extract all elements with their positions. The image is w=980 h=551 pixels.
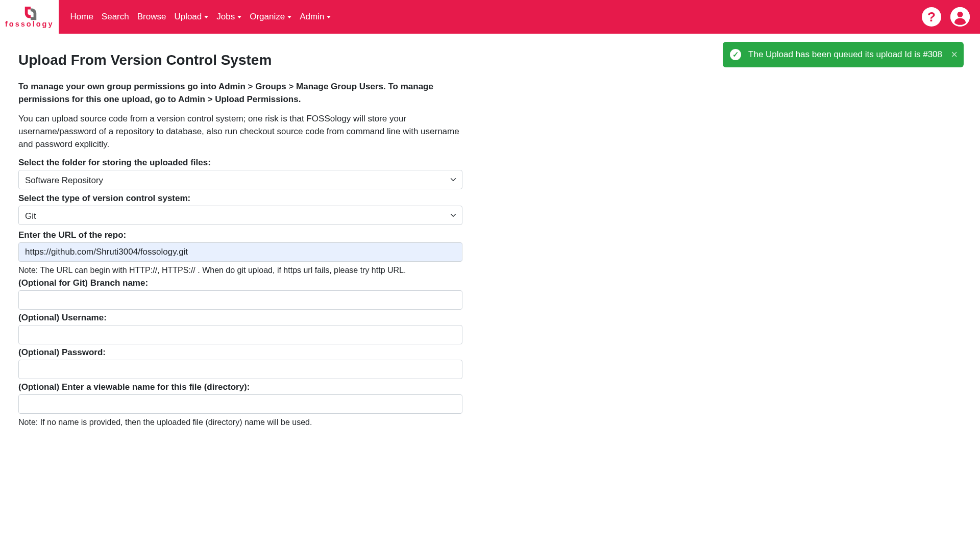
logo-text: fossology [5,20,54,28]
chevron-down-icon [204,16,208,18]
nav-jobs[interactable]: Jobs [212,8,246,26]
nav-items: Home Search Browse Upload Jobs Organize … [59,8,335,26]
svg-point-1 [957,12,963,17]
check-circle-icon: ✓ [730,49,741,60]
permissions-note: To manage your own group permissions go … [18,81,462,106]
viewname-label: (Optional) Enter a viewable name for thi… [18,382,462,392]
password-input[interactable] [18,360,462,379]
nav-item-label: Home [70,12,93,22]
folder-label: Select the folder for storing the upload… [18,158,462,168]
url-note: Note: The URL can begin with HTTP://, HT… [18,266,462,275]
success-toast: ✓ The Upload has been queued its upload … [723,42,964,67]
nav-organize[interactable]: Organize [246,8,296,26]
nav-admin[interactable]: Admin [296,8,335,26]
navbar: fossology Home Search Browse Upload Jobs… [0,0,980,34]
user-menu-button[interactable] [950,7,970,27]
question-icon: ? [927,10,936,23]
chevron-down-icon [287,16,291,18]
toast-close-button[interactable]: × [951,49,958,60]
viewname-note: Note: If no name is provided, then the u… [18,418,462,427]
nav-item-label: Admin [300,12,324,22]
chevron-down-icon [237,16,241,18]
nav-item-label: Browse [137,12,166,22]
url-input[interactable] [18,242,462,262]
main-content: Upload From Version Control System To ma… [0,34,481,448]
nav-item-label: Search [102,12,129,22]
url-label: Enter the URL of the repo: [18,230,462,240]
branch-input[interactable] [18,290,462,310]
username-label: (Optional) Username: [18,313,462,323]
fossology-logo-icon [21,6,38,21]
password-label: (Optional) Password: [18,347,462,358]
folder-select[interactable]: Software Repository [18,170,462,189]
user-icon [950,7,970,27]
nav-item-label: Organize [250,12,285,22]
branch-label: (Optional for Git) Branch name: [18,278,462,288]
chevron-down-icon [327,16,331,18]
help-button[interactable]: ? [922,7,941,27]
logo[interactable]: fossology [0,0,59,34]
nav-item-label: Jobs [216,12,235,22]
nav-home[interactable]: Home [66,8,97,26]
intro-paragraph: You can upload source code from a versio… [18,113,462,151]
vcs-type-select[interactable]: Git [18,206,462,225]
nav-search[interactable]: Search [97,8,133,26]
page-title: Upload From Version Control System [18,52,462,68]
vcs-type-label: Select the type of version control syste… [18,193,462,204]
toast-message: The Upload has been queued its upload Id… [748,49,942,60]
nav-item-label: Upload [174,12,202,22]
nav-browse[interactable]: Browse [133,8,170,26]
username-input[interactable] [18,325,462,344]
nav-upload[interactable]: Upload [170,8,212,26]
viewname-input[interactable] [18,394,462,414]
